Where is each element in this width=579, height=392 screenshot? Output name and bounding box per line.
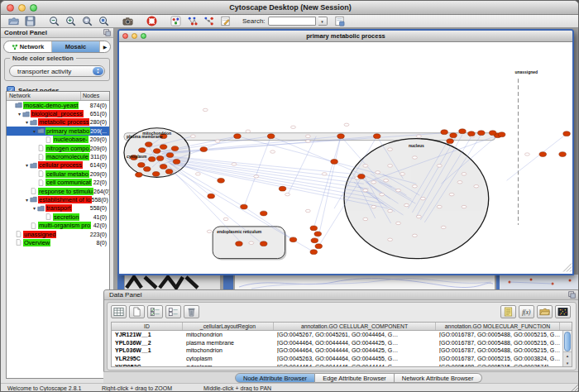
tree-item-label[interactable]: nucleobase-	[53, 136, 89, 143]
tab-mosaic[interactable]: Mosaic	[52, 41, 100, 52]
network-node[interactable]	[489, 131, 496, 136]
network-node[interactable]	[416, 135, 421, 137]
snapshot-icon[interactable]	[121, 16, 134, 27]
table-row[interactable]: YKR052Ccytoplasm[GO:0044464, GO:0044446,…	[112, 362, 562, 367]
vizmapper-icon[interactable]	[169, 16, 182, 27]
network-node[interactable]	[344, 123, 349, 126]
open-folder-icon[interactable]	[537, 305, 553, 318]
resize-grip-icon[interactable]	[571, 384, 579, 392]
network-node[interactable]	[148, 157, 156, 162]
tree-item-label[interactable]: cell communicat	[45, 179, 92, 186]
tree-col-nodes[interactable]: Nodes	[81, 92, 109, 100]
float-panel-icon[interactable]	[103, 29, 111, 36]
zoom-fit-icon[interactable]	[80, 16, 93, 27]
table-cell[interactable]: mitochondrion	[183, 332, 274, 337]
network-node[interactable]	[462, 205, 467, 208]
network-node[interactable]	[195, 173, 200, 175]
tree-item-label[interactable]: multi-organism pro	[38, 222, 91, 229]
table-cell[interactable]: [GO:0016787, GO:0005488, GO:0005215, G…	[436, 340, 560, 346]
network-node[interactable]	[190, 135, 195, 137]
tree-expander-icon[interactable]: ▾	[31, 128, 37, 134]
network-window-titlebar[interactable]: primary metabolic process	[119, 31, 572, 42]
network-node[interactable]	[388, 238, 393, 241]
scrollbar-arrows[interactable]: ▴▾	[563, 351, 572, 366]
zoom-in-icon[interactable]	[64, 16, 77, 27]
network-node[interactable]	[305, 209, 310, 212]
tree-row[interactable]: response to stimulu264(0)	[7, 187, 109, 195]
network-node[interactable]	[236, 241, 243, 246]
network-node[interactable]	[420, 197, 425, 199]
attribute-browser-icon[interactable]	[333, 16, 347, 27]
network-node[interactable]	[254, 175, 259, 178]
network-node[interactable]	[363, 218, 368, 220]
network-node[interactable]	[559, 152, 567, 157]
network-node[interactable]	[249, 241, 254, 244]
tree-item-label[interactable]: biological_process	[31, 110, 84, 117]
tree-item-label[interactable]: response to stimulu	[38, 188, 93, 195]
tab-edge-attribute-browser[interactable]: Edge Attribute Browser	[315, 373, 395, 383]
network-node[interactable]	[404, 203, 409, 206]
table-cell[interactable]: [GO:0016787, GO:0005215, GO:0003824, G…	[436, 356, 560, 361]
network-node[interactable]	[223, 218, 228, 220]
network-node[interactable]	[474, 185, 479, 188]
zoom-out-icon[interactable]	[47, 16, 60, 27]
tree-col-network[interactable]: Network	[7, 92, 81, 100]
table-cell[interactable]: cytoplasm	[183, 356, 274, 361]
tree-item-label[interactable]: secretion	[53, 213, 79, 221]
network-node[interactable]	[203, 108, 208, 111]
network-node[interactable]	[285, 193, 290, 195]
column-header[interactable]: ID	[112, 323, 183, 330]
network-node[interactable]	[232, 163, 237, 165]
network-node[interactable]	[412, 156, 417, 159]
network-node[interactable]	[498, 132, 505, 137]
tree-expander-icon[interactable]: ▾	[31, 205, 37, 211]
network-node[interactable]	[267, 134, 275, 139]
network-node[interactable]	[437, 165, 442, 167]
network-node[interactable]	[363, 165, 368, 167]
network-node[interactable]	[305, 135, 310, 137]
network-node[interactable]	[524, 153, 529, 155]
network-node[interactable]	[478, 131, 486, 136]
unselect-attributes-icon[interactable]	[165, 305, 181, 318]
tree-row[interactable]: ▾establishment of lo558(0)	[7, 195, 109, 203]
network-node[interactable]	[139, 148, 146, 153]
network-node[interactable]	[388, 148, 393, 151]
network-edge[interactable]	[507, 134, 567, 181]
tree-row[interactable]: ▾biological_process651(0)	[7, 109, 109, 117]
tree-item-label[interactable]: cellular process	[38, 161, 83, 169]
table-cell[interactable]: cytoplasm	[183, 364, 274, 367]
network-node[interactable]	[315, 244, 323, 249]
tree-expander-icon[interactable]: ▾	[24, 197, 30, 203]
network-node[interactable]	[260, 211, 267, 216]
minimize-button[interactable]	[132, 33, 137, 39]
network-node[interactable]	[156, 156, 164, 161]
float-panel-icon[interactable]	[568, 291, 576, 299]
background-window-fragment[interactable]	[235, 275, 495, 289]
tab-node-attribute-browser[interactable]: Node Attribute Browser	[235, 373, 315, 383]
layout-spring-icon[interactable]	[202, 16, 215, 27]
background-window-fragment[interactable]	[496, 275, 579, 289]
table-row[interactable]: YPL036W__2plasma membrane[GO:0044464, GO…	[112, 339, 562, 347]
table-cell[interactable]: YLR295C	[112, 356, 183, 361]
tree-row[interactable]: Overview8(0)	[7, 238, 109, 246]
background-window-fragment[interactable]	[223, 275, 233, 289]
tree-expander-icon[interactable]: ▾	[17, 111, 22, 117]
help-icon[interactable]	[145, 16, 158, 27]
network-node[interactable]	[539, 152, 547, 157]
network-node[interactable]	[215, 140, 220, 142]
tree-row[interactable]: nucleobase-209(0)	[7, 136, 109, 144]
network-node[interactable]	[279, 186, 286, 191]
tree-row[interactable]: nitrogen compo209(0)	[7, 144, 109, 152]
network-node[interactable]	[171, 146, 179, 151]
network-node[interactable]	[310, 226, 318, 231]
tree-row[interactable]: secretion41(0)	[7, 213, 109, 221]
network-node[interactable]	[311, 238, 318, 243]
tree-item-label[interactable]: primary metabo	[45, 127, 90, 135]
tree-row[interactable]: cell communicat22(0)	[7, 179, 109, 187]
network-node[interactable]	[462, 173, 467, 175]
network-node[interactable]	[380, 193, 385, 195]
network-node[interactable]	[207, 230, 212, 232]
tree-row[interactable]: ▾transport558(0)	[7, 204, 109, 213]
network-node[interactable]	[331, 160, 338, 165]
network-node[interactable]	[310, 250, 318, 255]
